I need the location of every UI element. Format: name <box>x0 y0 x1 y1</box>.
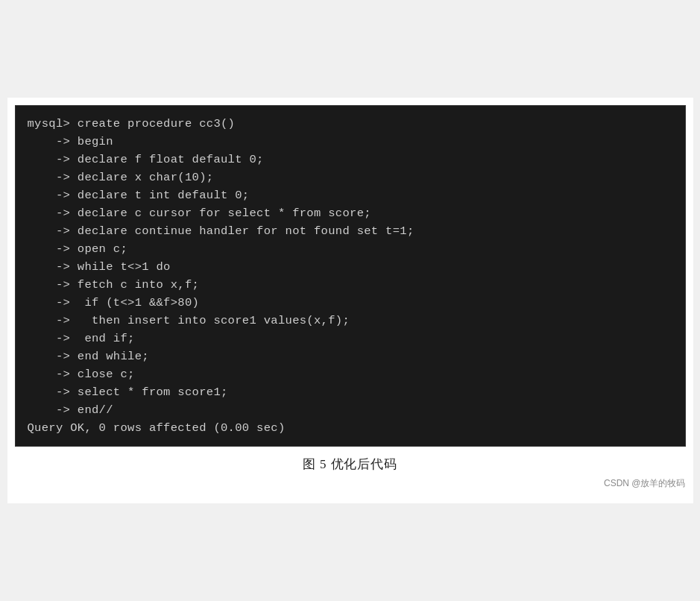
terminal-line-15: -> select * from score1; <box>28 383 673 401</box>
terminal-line-9: -> fetch c into x,f; <box>28 276 673 294</box>
caption-area: 图 5 优化后代码 CSDN @放羊的牧码 <box>15 456 686 496</box>
terminal-line-6: -> declare continue handler for not foun… <box>28 222 673 240</box>
terminal-line-8: -> while t<>1 do <box>28 258 673 276</box>
terminal-line-16: -> end// <box>28 401 673 419</box>
terminal-line-14: -> close c; <box>28 365 673 383</box>
main-container: mysql> create procedure cc3() -> begin -… <box>7 98 693 503</box>
terminal-block: mysql> create procedure cc3() -> begin -… <box>15 105 686 447</box>
terminal-line-1: -> begin <box>28 133 673 151</box>
terminal-line-5: -> declare c cursor for select * from sc… <box>28 204 673 222</box>
terminal-line-4: -> declare t int default 0; <box>28 186 673 204</box>
terminal-line-17: Query OK, 0 rows affected (0.00 sec) <box>28 419 673 437</box>
terminal-line-13: -> end while; <box>28 347 673 365</box>
watermark-text: CSDN @放羊的牧码 <box>604 477 686 490</box>
caption-text: 图 5 优化后代码 <box>303 456 397 473</box>
terminal-line-12: -> end if; <box>28 330 673 347</box>
terminal-line-11: -> then insert into score1 values(x,f); <box>28 312 673 330</box>
terminal-line-7: -> open c; <box>28 240 673 258</box>
terminal-line-3: -> declare x char(10); <box>28 169 673 186</box>
terminal-line-0: mysql> create procedure cc3() <box>28 115 673 133</box>
terminal-line-2: -> declare f float default 0; <box>28 151 673 169</box>
terminal-line-10: -> if (t<>1 &&f>80) <box>28 294 673 312</box>
